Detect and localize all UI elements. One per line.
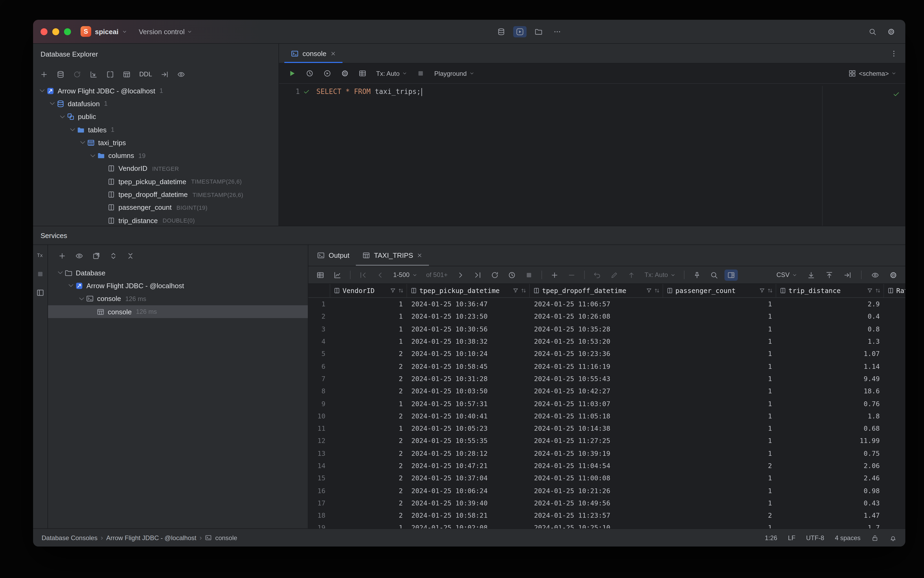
cell-tpep_pickup_datetime[interactable]: 2024-01-25 10:05:23 bbox=[407, 424, 530, 432]
undo-icon[interactable] bbox=[590, 269, 604, 281]
tree-item-console[interactable]: console126 ms bbox=[48, 292, 308, 305]
cell-passenger_count[interactable]: 1 bbox=[663, 412, 776, 420]
cell-vendorid[interactable]: 1 bbox=[330, 337, 407, 345]
zoom-button[interactable] bbox=[64, 28, 71, 35]
chevron-expanded-icon[interactable] bbox=[77, 295, 86, 302]
tree-item-arrow-flight-jdbc-localhost[interactable]: Arrow Flight JDBC - @localhost bbox=[48, 279, 308, 292]
cell-tpep_dropoff_datetime[interactable]: 2024-01-25 11:16:19 bbox=[530, 362, 663, 370]
tree-item-tables[interactable]: tables1 bbox=[33, 123, 279, 136]
column-header-vendorid[interactable]: VendorID bbox=[330, 284, 407, 297]
inspection-ok-icon[interactable] bbox=[893, 90, 900, 97]
cell-vendorid[interactable]: 1 bbox=[330, 312, 407, 320]
chevron-expanded-icon[interactable] bbox=[55, 269, 65, 276]
row-number[interactable]: 9 bbox=[308, 399, 330, 408]
tab-output[interactable]: Output bbox=[311, 245, 356, 266]
cell-passenger_count[interactable]: 1 bbox=[663, 312, 776, 320]
playground-select[interactable]: Playground bbox=[431, 68, 477, 79]
tree-item-vendorid[interactable]: VendorIDINTEGER bbox=[33, 162, 279, 175]
cell-tpep_pickup_datetime[interactable]: 2024-01-25 10:30:56 bbox=[407, 325, 530, 333]
row-number[interactable]: 3 bbox=[308, 325, 330, 333]
cell-vendorid[interactable]: 2 bbox=[330, 499, 407, 507]
history-icon[interactable] bbox=[303, 68, 316, 79]
add-service-icon[interactable] bbox=[55, 250, 69, 261]
cell-tpep_dropoff_datetime[interactable]: 2024-01-25 11:06:57 bbox=[530, 300, 663, 308]
chart-view-icon[interactable] bbox=[331, 269, 344, 281]
cell-passenger_count[interactable]: 1 bbox=[663, 499, 776, 507]
first-page-icon[interactable] bbox=[357, 269, 370, 281]
tree-item-taxi-trips[interactable]: taxi_trips bbox=[33, 136, 279, 149]
encoding[interactable]: UTF-8 bbox=[806, 534, 824, 541]
database-tool-icon[interactable] bbox=[494, 26, 507, 37]
row-number[interactable]: 2 bbox=[308, 312, 330, 320]
cell-trip_distance[interactable]: 1.47 bbox=[776, 511, 884, 519]
row-number[interactable]: 11 bbox=[308, 424, 330, 432]
cell-passenger_count[interactable]: 1 bbox=[663, 350, 776, 358]
cell-trip_distance[interactable]: 2.06 bbox=[776, 462, 884, 470]
sort-icon[interactable] bbox=[654, 288, 660, 294]
grid-settings-icon[interactable] bbox=[887, 269, 900, 281]
expand-all-icon[interactable] bbox=[107, 250, 120, 261]
row-number[interactable]: 18 bbox=[308, 511, 330, 519]
cell-tpep_pickup_datetime[interactable]: 2024-01-25 10:31:28 bbox=[407, 375, 530, 383]
cell-tpep_pickup_datetime[interactable]: 2024-01-25 10:36:47 bbox=[407, 300, 530, 308]
tree-item-tpep-pickup-datetime[interactable]: tpep_pickup_datetimeTIMESTAMP(26,6) bbox=[33, 175, 279, 188]
row-number[interactable]: 16 bbox=[308, 487, 330, 495]
query-history-icon[interactable] bbox=[505, 269, 519, 281]
row-number[interactable]: 10 bbox=[308, 412, 330, 420]
cell-tpep_pickup_datetime[interactable]: 2024-01-25 10:40:41 bbox=[407, 412, 530, 420]
export-format-select[interactable]: CSV bbox=[774, 270, 800, 280]
cell-tpep_dropoff_datetime[interactable]: 2024-01-25 10:42:27 bbox=[530, 387, 663, 395]
new-table-icon[interactable] bbox=[120, 68, 133, 80]
cell-passenger_count[interactable]: 1 bbox=[663, 524, 776, 528]
sort-icon[interactable] bbox=[875, 288, 881, 294]
preview-table-icon[interactable] bbox=[356, 68, 369, 79]
cell-passenger_count[interactable]: 1 bbox=[663, 449, 776, 457]
breadcrumb-item[interactable]: Arrow Flight JDBC - @localhost bbox=[106, 534, 196, 541]
view-options-icon[interactable] bbox=[73, 250, 86, 261]
breadcrumb-item[interactable]: Database Consoles bbox=[42, 534, 97, 541]
row-number[interactable]: 4 bbox=[308, 337, 330, 345]
cell-trip_distance[interactable]: 1.07 bbox=[776, 350, 884, 358]
cell-trip_distance[interactable]: 0.4 bbox=[776, 312, 884, 320]
cell-vendorid[interactable]: 1 bbox=[330, 325, 407, 333]
cell-tpep_pickup_datetime[interactable]: 2024-01-25 10:06:24 bbox=[407, 487, 530, 495]
filter-icon[interactable] bbox=[390, 288, 396, 294]
column-header-passenger_count[interactable]: passenger_count bbox=[663, 284, 776, 297]
stop-icon[interactable] bbox=[522, 269, 536, 281]
tree-item-public[interactable]: public bbox=[33, 110, 279, 123]
cell-tpep_dropoff_datetime[interactable]: 2024-01-25 11:27:25 bbox=[530, 437, 663, 445]
console-settings-icon[interactable] bbox=[338, 68, 352, 79]
row-number[interactable]: 1 bbox=[308, 300, 330, 308]
cell-vendorid[interactable]: 1 bbox=[330, 300, 407, 308]
sort-icon[interactable] bbox=[767, 288, 773, 294]
cell-trip_distance[interactable]: 11.99 bbox=[776, 437, 884, 445]
generate-script-icon[interactable] bbox=[158, 68, 171, 80]
export-data-icon[interactable] bbox=[841, 269, 854, 281]
cell-tpep_dropoff_datetime[interactable]: 2024-01-25 10:25:10 bbox=[530, 524, 663, 528]
cell-passenger_count[interactable]: 1 bbox=[663, 387, 776, 395]
settings-icon[interactable] bbox=[885, 26, 898, 37]
tx-mode-select[interactable]: Tx: Auto bbox=[373, 68, 410, 79]
row-number[interactable]: 5 bbox=[308, 350, 330, 358]
compare-icon[interactable] bbox=[104, 68, 117, 80]
cell-tpep_pickup_datetime[interactable]: 2024-01-25 10:37:04 bbox=[407, 474, 530, 482]
cell-trip_distance[interactable]: 0.75 bbox=[776, 449, 884, 457]
notifications-bell-icon[interactable] bbox=[889, 534, 897, 541]
close-tab-icon[interactable] bbox=[330, 50, 336, 56]
jump-to-console-icon[interactable] bbox=[87, 68, 100, 80]
tab-options[interactable] bbox=[890, 44, 905, 63]
add-row-icon[interactable] bbox=[548, 269, 561, 281]
run-button[interactable] bbox=[285, 68, 299, 79]
cell-trip_distance[interactable]: 0.43 bbox=[776, 499, 884, 507]
find-icon[interactable] bbox=[707, 269, 721, 281]
view-options-icon[interactable] bbox=[869, 269, 882, 281]
schema-select[interactable]: <schema> bbox=[846, 68, 899, 79]
cell-vendorid[interactable]: 2 bbox=[330, 437, 407, 445]
filter-icon[interactable] bbox=[867, 288, 873, 294]
cell-tpep_pickup_datetime[interactable]: 2024-01-25 10:10:24 bbox=[407, 350, 530, 358]
cell-tpep_dropoff_datetime[interactable]: 2024-01-25 10:39:19 bbox=[530, 449, 663, 457]
stop-icon[interactable] bbox=[36, 270, 44, 278]
cell-tpep_dropoff_datetime[interactable]: 2024-01-25 11:00:08 bbox=[530, 474, 663, 482]
chevron-expanded-icon[interactable] bbox=[47, 100, 57, 107]
row-number[interactable]: 14 bbox=[308, 462, 330, 470]
